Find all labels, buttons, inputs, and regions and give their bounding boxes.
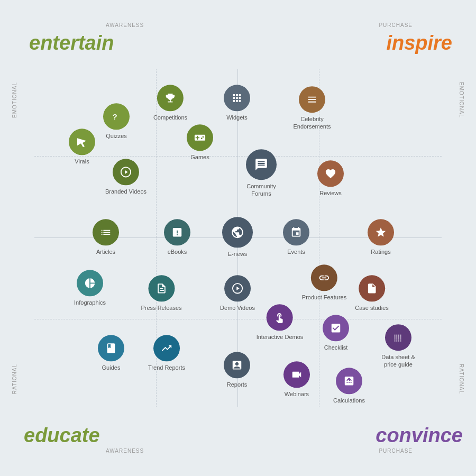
svg-text:?: ? — [113, 113, 117, 121]
label-reviews: Reviews — [319, 189, 342, 197]
label-case-studies: Case studies — [355, 304, 389, 312]
label-quizzes: Quizzes — [106, 132, 127, 140]
node-webinars[interactable]: Webinars — [283, 361, 310, 398]
label-press-releases: Press Releases — [141, 304, 181, 312]
label-demo-videos: Demo Videos — [220, 304, 255, 312]
node-checklist[interactable]: Checklist — [323, 315, 349, 351]
node-virals[interactable]: Virals — [69, 129, 95, 165]
axis-purchase-bottom: PURCHASE — [379, 448, 413, 454]
label-trend-reports: Trend Reports — [148, 364, 185, 371]
node-calculations[interactable]: Calculations — [333, 368, 365, 404]
node-ratings[interactable]: Ratings — [368, 219, 394, 255]
label-product-features: Product Features — [302, 294, 346, 301]
node-demo-videos[interactable]: Demo Videos — [220, 275, 255, 312]
node-case-studies[interactable]: Case studies — [355, 275, 389, 312]
node-datasheet[interactable]: Data sheet & price guide — [374, 324, 422, 369]
node-product-features[interactable]: Product Features — [302, 264, 346, 301]
corner-convince: convince — [376, 424, 463, 447]
node-press-releases[interactable]: Press Releases — [141, 275, 181, 312]
axis-rational-right: RATIONAL — [459, 364, 464, 394]
corner-entertain: entertain — [29, 32, 114, 54]
node-community-forums[interactable]: Community Forums — [237, 149, 285, 198]
node-branded-videos[interactable]: Branded Videos — [105, 159, 147, 195]
svg-marker-4 — [236, 287, 240, 290]
label-checklist: Checklist — [324, 344, 348, 351]
node-trend-reports[interactable]: Trend Reports — [148, 335, 185, 371]
label-webinars: Webinars — [285, 390, 309, 398]
label-games: Games — [190, 153, 209, 161]
node-ebooks[interactable]: eBooks — [164, 219, 190, 255]
label-interactive-demos: Interactive Demos — [257, 333, 304, 341]
node-infographics[interactable]: Infographics — [74, 270, 106, 306]
label-ebooks: eBooks — [168, 248, 187, 255]
label-community-forums: Community Forums — [237, 182, 285, 198]
label-virals: Virals — [75, 158, 89, 165]
axis-awareness-top: AWARENESS — [106, 22, 144, 28]
label-events: Events — [287, 248, 305, 255]
node-enews[interactable]: E-news — [222, 217, 253, 258]
label-calculations: Calculations — [333, 397, 365, 404]
axis-rational-left: RATIONAL — [12, 364, 17, 394]
label-enews: E-news — [228, 250, 248, 258]
node-interactive-demos[interactable]: Interactive Demos — [257, 304, 304, 341]
node-articles[interactable]: Articles — [93, 219, 119, 255]
corner-inspire: inspire — [386, 32, 452, 54]
label-articles: Articles — [96, 248, 115, 255]
axis-emotional-right: EMOTIONAL — [459, 82, 464, 118]
axis-awareness-bottom: AWARENESS — [106, 448, 144, 454]
node-quizzes[interactable]: ?Quizzes — [103, 103, 130, 140]
dashed-line-bottom — [34, 319, 442, 319]
node-widgets[interactable]: Widgets — [224, 85, 250, 121]
axis-purchase-top: PURCHASE — [379, 22, 413, 28]
node-reports[interactable]: Reports — [224, 352, 250, 388]
node-guides[interactable]: Guides — [98, 335, 124, 371]
axis-emotional-left-top: EMOTIONAL — [12, 82, 17, 118]
label-ratings: Ratings — [371, 248, 390, 255]
label-datasheet: Data sheet & price guide — [374, 353, 422, 369]
corner-educate: educate — [24, 424, 100, 447]
label-celebrity: Celebrity Endorsements — [288, 115, 336, 131]
label-widgets: Widgets — [226, 114, 248, 121]
svg-marker-2 — [125, 170, 128, 174]
label-competitions: Competitions — [153, 114, 187, 121]
label-infographics: Infographics — [74, 299, 106, 306]
node-games[interactable]: Games — [187, 124, 213, 161]
node-celebrity[interactable]: Celebrity Endorsements — [288, 86, 336, 131]
node-competitions[interactable]: Competitions — [153, 85, 187, 121]
label-reports: Reports — [227, 381, 248, 388]
node-events[interactable]: Events — [283, 219, 309, 255]
label-guides: Guides — [102, 364, 121, 371]
node-reviews[interactable]: Reviews — [317, 160, 344, 197]
label-branded-videos: Branded Videos — [105, 188, 147, 195]
